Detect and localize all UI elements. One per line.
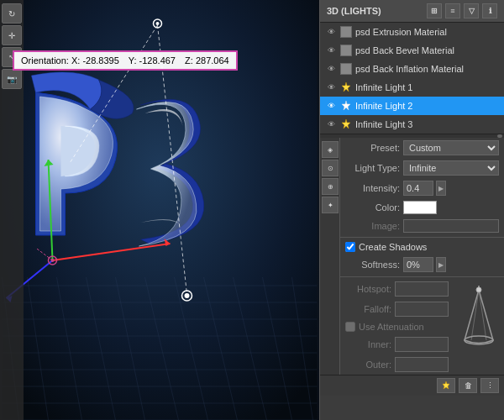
visibility-icon[interactable]: 👁 (325, 45, 337, 56)
inner-row: Inner: (340, 334, 454, 354)
canvas-area[interactable]: 思路设计论坛 www.ps教程论坛 (0, 0, 319, 420)
item-label: Infinite Light 2 (355, 101, 499, 111)
item-label: psd Back Inflation Material (355, 64, 499, 74)
light-type-select[interactable]: Infinite (403, 160, 499, 176)
z-label: Z: (185, 55, 193, 66)
use-attenuation-row: Use Attenuation (340, 319, 454, 334)
visibility-icon[interactable]: 👁 (325, 63, 337, 75)
svg-point-26 (185, 293, 190, 298)
orientation-box: Orientation: X: -28.8395 Y: -128.467 Z: … (13, 50, 238, 71)
outer-label: Outer: (345, 360, 391, 370)
svg-point-24 (156, 22, 160, 25)
right-panel: 3D (LIGHTS) ⊞ ≡ ▽ ℹ 👁 psd Extrusion Mate… (319, 0, 504, 420)
panel-header: 3D (LIGHTS) ⊞ ≡ ▽ ℹ (320, 0, 504, 23)
y-label: Y: (129, 55, 137, 66)
image-label: Image: (345, 221, 400, 231)
orientation-label: Orientation: (21, 55, 69, 66)
item-label: Infinite Light 3 (355, 119, 499, 129)
intensity-slider-container: ▶ (403, 181, 499, 196)
falloff-label: Falloff: (345, 304, 391, 314)
list-item[interactable]: 👁 psd Back Bevel Material (320, 41, 504, 60)
list-item[interactable]: 👁 psd Extrusion Material (320, 23, 504, 41)
grid-view-icon[interactable]: ⊞ (427, 3, 442, 18)
list-item[interactable]: 👁 Infinite Light 1 (320, 78, 504, 97)
softness-arrow[interactable]: ▶ (436, 257, 446, 272)
info-icon[interactable]: ℹ (482, 3, 497, 18)
outer-input (395, 357, 449, 372)
list-view-icon[interactable]: ≡ (445, 3, 460, 18)
scene-list: 👁 psd Extrusion Material 👁 psd Back Beve… (320, 23, 504, 134)
prop-tool-1[interactable]: ◈ (322, 141, 339, 158)
item-thumbnail (340, 45, 352, 56)
visibility-icon[interactable]: 👁 (325, 118, 337, 130)
preset-row: Preset: Custom (340, 138, 504, 158)
preset-select[interactable]: Custom (403, 140, 499, 155)
tool-move[interactable]: ✛ (2, 25, 22, 45)
item-label: psd Extrusion Material (355, 27, 499, 37)
bottom-toolbar: 🗑 ⋮ (320, 375, 504, 396)
add-light-button[interactable] (437, 378, 455, 393)
softness-slider-container: ▶ (403, 257, 499, 272)
color-swatch[interactable] (403, 201, 437, 214)
light-icon (340, 100, 352, 112)
light-icon (340, 81, 352, 93)
svg-line-37 (479, 290, 486, 340)
color-label: Color: (345, 202, 400, 213)
delete-light-button[interactable]: 🗑 (459, 378, 477, 393)
inner-label: Inner: (345, 339, 391, 349)
preset-label: Preset: (345, 143, 400, 153)
hotspot-row: Hotspot: (340, 279, 454, 299)
intensity-label: Intensity: (345, 183, 400, 193)
properties-panel: ◈ ⊙ ⊕ ✦ Preset: Custom (320, 138, 504, 420)
more-options-button[interactable]: ⋮ (480, 378, 499, 393)
falloff-input (395, 302, 449, 317)
intensity-arrow[interactable]: ▶ (436, 181, 446, 196)
prop-tool-2[interactable]: ⊙ (322, 160, 339, 176)
falloff-row: Falloff: (340, 299, 454, 319)
panel-header-icons: ⊞ ≡ ▽ ℹ (427, 3, 497, 18)
item-label: Infinite Light 1 (355, 82, 499, 92)
softness-row: Softness: ▶ (340, 255, 504, 275)
light-icon (340, 118, 352, 130)
create-shadows-row[interactable]: Create Shadows (340, 239, 504, 255)
intensity-row: Intensity: ▶ (340, 178, 504, 198)
tool-rotate[interactable]: ↻ (2, 3, 22, 24)
create-shadows-checkbox[interactable] (345, 242, 355, 252)
y-value: -128.467 (139, 55, 176, 66)
x-label: X: (71, 55, 80, 66)
item-thumbnail (340, 26, 352, 38)
prop-tool-4[interactable]: ✦ (322, 197, 339, 213)
filter-icon[interactable]: ▽ (464, 3, 479, 18)
hotspot-label: Hotspot: (345, 284, 391, 294)
image-input[interactable] (403, 219, 499, 233)
prop-tool-3[interactable]: ⊕ (322, 178, 339, 195)
list-item[interactable]: 👁 psd Back Inflation Material (320, 60, 504, 78)
image-row: Image: (340, 217, 504, 235)
visibility-icon[interactable]: 👁 (325, 81, 337, 93)
svg-line-36 (471, 290, 479, 340)
softness-label: Softness: (345, 260, 400, 270)
visibility-icon[interactable]: 👁 (325, 100, 337, 112)
visibility-icon[interactable]: 👁 (325, 26, 337, 38)
list-item[interactable]: 👁 Infinite Light 3 (320, 115, 504, 134)
hotspot-input (395, 281, 449, 297)
light-type-row: Light Type: Infinite (340, 158, 504, 178)
intensity-input[interactable] (403, 181, 433, 196)
create-shadows-label: Create Shadows (359, 242, 427, 252)
tool-camera[interactable]: 📷 (2, 69, 22, 89)
x-value: -28.8395 (82, 55, 118, 66)
light-type-label: Light Type: (345, 163, 400, 173)
z-value: 287.064 (196, 55, 229, 66)
use-attenuation-label: Use Attenuation (359, 322, 424, 332)
light-cone-illustration (454, 279, 504, 355)
item-label: psd Back Bevel Material (355, 45, 499, 55)
color-row: Color: (340, 198, 504, 217)
item-thumbnail (340, 63, 352, 75)
use-attenuation-checkbox (345, 322, 355, 332)
panel-title: 3D (LIGHTS) (327, 6, 381, 16)
outer-row: Outer: (340, 354, 454, 375)
inner-input (395, 337, 449, 352)
list-item-selected[interactable]: 👁 Infinite Light 2 (320, 97, 504, 115)
softness-input[interactable] (403, 257, 433, 272)
